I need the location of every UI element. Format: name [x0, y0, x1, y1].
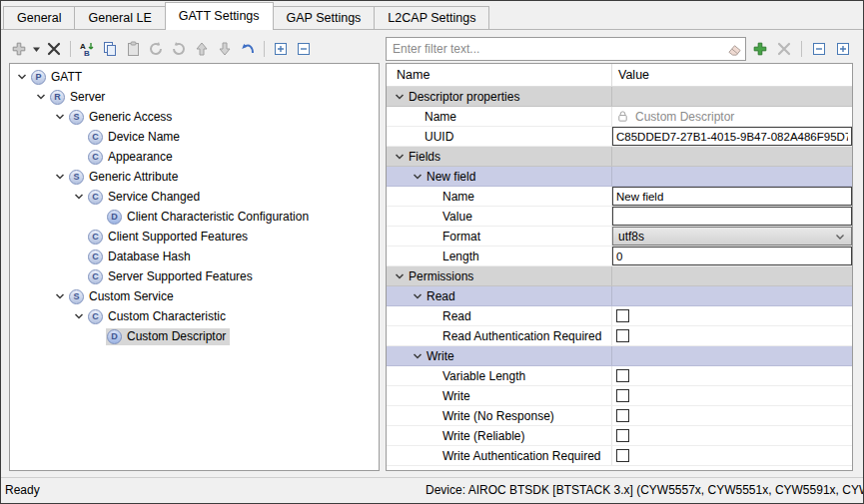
node-type-icon-p: P	[31, 70, 46, 85]
collapse-all-button[interactable]	[294, 39, 314, 59]
chevron-down-icon[interactable]	[393, 90, 407, 104]
status-ready-text: Ready	[5, 483, 40, 497]
property-row-write-no-response: Write (No Response)	[387, 406, 852, 426]
property-row-variable-length: Variable Length	[387, 366, 852, 386]
collapse-all-values-button[interactable]	[809, 39, 829, 59]
property-row-write-reliable: Write (Reliable)	[387, 426, 852, 446]
expand-all-values-button[interactable]	[833, 39, 853, 59]
filter-add-button[interactable]	[750, 39, 770, 59]
chevron-down-icon[interactable]	[411, 289, 425, 303]
filter-delete-button[interactable]	[774, 39, 794, 59]
node-type-icon-s: S	[69, 170, 84, 185]
property-row-format: Formatutf8s	[387, 227, 852, 247]
chevron-down-icon[interactable]	[411, 170, 425, 184]
chevron-down-icon[interactable]	[52, 170, 68, 184]
node-type-icon-c: C	[88, 130, 103, 145]
chevron-slot	[90, 329, 106, 343]
length-input[interactable]	[613, 251, 851, 262]
group-row-fields[interactable]: Fields	[387, 147, 852, 167]
tree-node-custom-characteristic[interactable]: CCustom Characteristic	[10, 306, 379, 326]
property-table-header: Name Value	[387, 64, 852, 87]
tab-general-le[interactable]: General LE	[74, 6, 165, 29]
chevron-down-icon[interactable]	[33, 90, 49, 104]
read-checkbox[interactable]	[616, 309, 629, 322]
move-down-button[interactable]	[215, 39, 235, 59]
tree-node-generic-access[interactable]: SGeneric Access	[10, 107, 379, 127]
copy-button[interactable]	[100, 39, 120, 59]
tab-general[interactable]: General	[3, 6, 75, 29]
tab-gap-settings[interactable]: GAP Settings	[273, 6, 376, 29]
property-row-read: Read	[387, 306, 852, 326]
chevron-down-icon[interactable]	[71, 309, 87, 323]
chevron-down-icon[interactable]	[393, 150, 407, 164]
add-dropdown-button[interactable]	[32, 39, 41, 59]
tree-node-client-supported-features[interactable]: CClient Supported Features	[10, 227, 379, 247]
node-type-icon-c: C	[88, 269, 103, 284]
filter-input[interactable]	[386, 37, 746, 61]
property-row-length: Length	[387, 247, 852, 266]
node-type-icon-d: D	[107, 210, 122, 225]
write-checkbox[interactable]	[616, 389, 629, 402]
tab-bar: GeneralGeneral LEGATT SettingsGAP Settin…	[1, 1, 863, 30]
write-no-response-checkbox[interactable]	[616, 409, 629, 422]
tree-node-device-name[interactable]: CDevice Name	[10, 127, 379, 147]
tree-node-appearance[interactable]: CAppearance	[10, 147, 379, 167]
expand-all-button[interactable]	[271, 39, 291, 59]
group-row-permissions[interactable]: Permissions	[387, 266, 852, 286]
delete-button[interactable]	[44, 39, 64, 59]
property-row-name: Name	[387, 187, 852, 207]
chevron-down-icon[interactable]	[411, 349, 425, 363]
chevron-slot	[90, 210, 106, 224]
filter-toolbar-buttons	[750, 39, 853, 59]
filter-toolbar	[386, 36, 853, 61]
tree-node-generic-attribute[interactable]: SGeneric Attribute	[10, 167, 379, 187]
read-authentication-required-checkbox[interactable]	[616, 329, 629, 342]
tab-l2cap-settings[interactable]: L2CAP Settings	[374, 6, 489, 29]
name-input[interactable]	[613, 191, 851, 203]
column-header-name: Name	[387, 64, 612, 86]
node-type-icon-c: C	[88, 230, 103, 245]
tree-node-database-hash[interactable]: CDatabase Hash	[10, 247, 379, 266]
rotate-right-button[interactable]	[146, 39, 166, 59]
format-select[interactable]: utf8s	[612, 227, 852, 246]
tab-gatt-settings[interactable]: GATT Settings	[165, 2, 274, 30]
value-input[interactable]	[613, 211, 851, 223]
chevron-down-icon[interactable]	[52, 110, 68, 124]
undo-button[interactable]	[238, 39, 258, 59]
tree-node-server-supported-features[interactable]: CServer Supported Features	[10, 266, 379, 286]
subgroup-row-write[interactable]: Write	[387, 346, 852, 366]
chevron-down-icon[interactable]	[14, 70, 30, 84]
variable-length-checkbox[interactable]	[616, 369, 629, 382]
subgroup-row-new-field[interactable]: New field	[387, 167, 852, 187]
toolbar-separator	[70, 41, 71, 57]
tree-node-service-changed[interactable]: CService Changed	[10, 187, 379, 207]
write-authentication-required-checkbox[interactable]	[616, 449, 629, 462]
chevron-down-icon	[834, 231, 846, 243]
rename-button[interactable]: AB	[77, 39, 97, 59]
tree-node-gatt[interactable]: PGATT	[10, 67, 379, 87]
tree-node-server[interactable]: RServer	[10, 87, 379, 107]
chevron-down-icon[interactable]	[52, 289, 68, 303]
eraser-icon[interactable]	[726, 41, 743, 58]
node-type-icon-c: C	[88, 250, 103, 264]
property-row-name: NameCustom Descriptor	[387, 107, 852, 127]
tree-node-custom-descriptor[interactable]: DCustom Descriptor	[10, 326, 379, 346]
toolbar-separator	[264, 41, 265, 57]
write-reliable-checkbox[interactable]	[616, 429, 629, 442]
chevron-down-icon[interactable]	[393, 269, 407, 283]
chevron-down-icon[interactable]	[71, 190, 87, 204]
uuid-input[interactable]	[613, 131, 851, 143]
add-button[interactable]	[9, 39, 29, 59]
node-type-icon-d: D	[107, 329, 122, 344]
move-up-button[interactable]	[192, 39, 212, 59]
chevron-slot	[71, 230, 87, 244]
tree-node-client-characteristic-configuration[interactable]: DClient Characteristic Configuration	[10, 207, 379, 227]
rotate-left-button[interactable]	[169, 39, 189, 59]
node-type-icon-c: C	[88, 190, 103, 205]
app-window: GeneralGeneral LEGATT SettingsGAP Settin…	[0, 0, 864, 504]
property-row-value: Value	[387, 207, 852, 227]
subgroup-row-read[interactable]: Read	[387, 286, 852, 306]
group-row-descriptor-properties[interactable]: Descriptor properties	[387, 87, 852, 107]
tree-node-custom-service[interactable]: SCustom Service	[10, 286, 379, 306]
paste-button[interactable]	[123, 39, 143, 59]
